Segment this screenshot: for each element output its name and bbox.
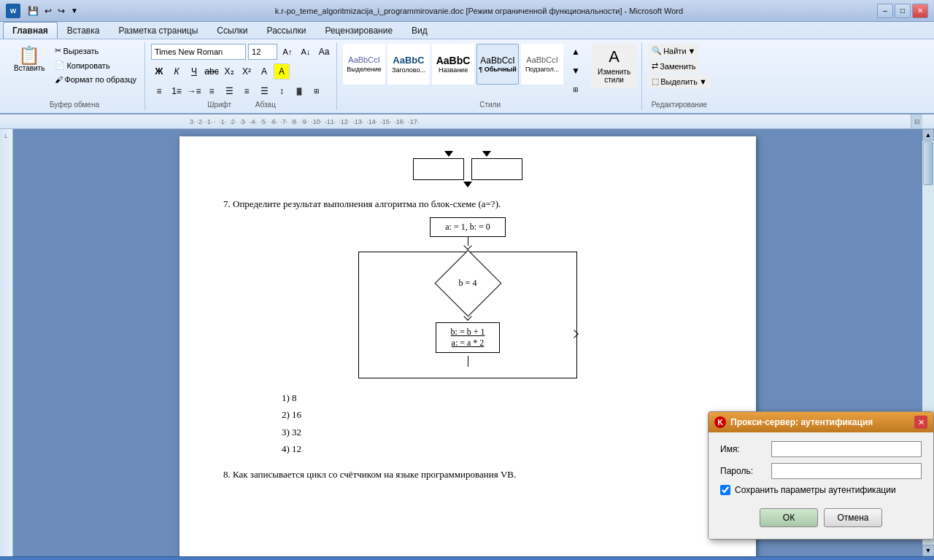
answer-3: 3) 32 <box>282 424 712 440</box>
font-name-input[interactable] <box>151 44 246 60</box>
password-label: Пароль: <box>720 466 771 476</box>
password-input[interactable] <box>771 463 922 479</box>
dialog-close-button[interactable]: ✕ <box>914 416 927 429</box>
dialog-buttons: ОК Отмена <box>720 502 922 530</box>
superscript-button[interactable]: X² <box>239 63 255 79</box>
align-left-button[interactable]: ≡ <box>204 83 220 99</box>
font-size-input[interactable] <box>248 44 277 60</box>
styles-scroll-down[interactable]: ▼ <box>568 63 584 79</box>
name-input[interactable] <box>771 441 922 457</box>
grow-font-button[interactable]: A↑ <box>279 44 296 60</box>
clipboard-group: 📋 Вставить ✂Вырезать 📄Копировать 🖌Формат… <box>4 42 145 110</box>
quick-access-save[interactable]: 💾 <box>25 4 42 18</box>
style-title[interactable]: AaBbC Название <box>432 44 474 85</box>
top-flowchart <box>223 151 712 187</box>
tab-page-layout[interactable]: Разметка страницы <box>109 22 207 39</box>
justify-button[interactable]: ☰ <box>256 83 272 99</box>
copy-button[interactable]: 📄Копировать <box>51 58 140 72</box>
tab-review[interactable]: Рецензирование <box>315 22 402 39</box>
scroll-thumb[interactable] <box>923 141 933 185</box>
cancel-button[interactable]: Отмена <box>824 508 882 527</box>
underline-button[interactable]: Ч <box>186 63 202 79</box>
tab-home[interactable]: Главная <box>3 22 58 39</box>
question7-text: 7. Определите результат выполнения алгор… <box>223 198 712 210</box>
tab-references[interactable]: Ссылки <box>207 22 257 39</box>
dialog-body: Имя: Пароль: Сохранить параметры аутенти… <box>709 432 933 539</box>
word-icon: W <box>6 4 20 18</box>
styles-scroll-up[interactable]: ▲ <box>568 44 584 60</box>
statusbar: Страница: 1 из 2 Число слов: 171 📖 Русск… <box>0 556 934 560</box>
style-normal[interactable]: AaBbCcI ¶ Обычный <box>476 44 519 85</box>
change-styles-button[interactable]: A Изменитьстили <box>591 44 637 88</box>
tab-mailings[interactable]: Рассылки <box>258 22 316 39</box>
minimize-button[interactable]: – <box>877 4 893 18</box>
kaspersky-icon: K <box>714 416 726 428</box>
paste-icon: 📋 <box>18 47 40 64</box>
editing-label: Редактирование <box>648 101 711 109</box>
editing-group: 🔍Найти▼ ⇄Заменить ⬚Выделить▼ Редактирова… <box>644 42 715 110</box>
scroll-up-button[interactable]: ▲ <box>922 129 934 141</box>
font-label: Шрифт Абзац <box>151 101 332 109</box>
style-subtitle[interactable]: AaBbCcI Подзагол... <box>521 44 563 85</box>
find-button[interactable]: 🔍Найти▼ <box>648 44 699 58</box>
titlebar: W 💾 ↩ ↪ ▼ k.r-po_teme_algoritmizacija_i_… <box>0 0 934 22</box>
start-box: a: = 1, b: = 0 <box>430 217 506 237</box>
main-area: L <box>0 129 934 556</box>
password-field-row: Пароль: <box>720 463 922 479</box>
answer-1: 1) 8 <box>282 389 712 406</box>
dialog-titlebar: K Прокси-сервер: аутентификация ✕ <box>709 412 933 432</box>
select-button[interactable]: ⬚Выделить▼ <box>648 74 711 88</box>
highlight-button[interactable]: A <box>274 63 290 79</box>
paste-button[interactable]: 📋 Вставить <box>9 44 50 75</box>
styles-more[interactable]: ⊞ <box>568 82 584 98</box>
proxy-dialog: K Прокси-сервер: аутентификация ✕ Имя: П… <box>708 411 934 540</box>
style-subtitle-preview: AaBbCcI <box>526 55 557 65</box>
style-normal-preview: AaBbCcI <box>480 55 514 66</box>
replace-button[interactable]: ⇄Заменить <box>648 59 699 73</box>
ruler-right-btn[interactable]: ⊟ <box>911 114 922 129</box>
answer-4: 4) 12 <box>282 440 712 457</box>
list-bullet-button[interactable]: ≡ <box>151 83 167 99</box>
font-color-button[interactable]: A <box>256 63 272 79</box>
maximize-button[interactable]: □ <box>895 4 911 18</box>
style-heading[interactable]: AaBbC Заголово... <box>387 44 430 85</box>
clear-format-button[interactable]: Aa <box>316 44 332 60</box>
align-center-button[interactable]: ☰ <box>221 83 237 99</box>
ruler-marks: 3··2··1·· ·1··2··3··4· ·5··6··7··8· ·9··… <box>182 118 419 125</box>
line-spacing-button[interactable]: ↕ <box>274 83 290 99</box>
loop-container: b = 4 b: = b + 1 a: = a * 2 <box>358 252 577 378</box>
list-number-button[interactable]: 1≡ <box>169 83 185 99</box>
indent-button[interactable]: →≡ <box>186 83 202 99</box>
border-button[interactable]: ⊞ <box>309 83 325 99</box>
body-box: b: = b + 1 a: = a * 2 <box>436 322 501 353</box>
dialog-title: Прокси-сервер: аутентификация <box>730 417 873 427</box>
name-field-row: Имя: <box>720 441 922 457</box>
shrink-font-button[interactable]: A↓ <box>298 44 314 60</box>
quick-access-undo[interactable]: ↩ <box>42 4 55 18</box>
shading-button[interactable]: ▓ <box>291 83 307 99</box>
style-selection[interactable]: AaBbCcI Выделение <box>343 44 385 85</box>
cut-button[interactable]: ✂Вырезать <box>51 44 140 58</box>
quick-access-more[interactable]: ▼ <box>68 5 81 16</box>
change-styles-icon: A <box>609 47 620 66</box>
left-ruler: L <box>0 129 13 556</box>
scroll-down-button[interactable]: ▼ <box>922 545 934 556</box>
subscript-button[interactable]: X₂ <box>221 63 237 79</box>
align-right-button[interactable]: ≡ <box>239 83 255 99</box>
bold-button[interactable]: Ж <box>151 63 167 79</box>
style-heading-preview: AaBbC <box>393 55 424 66</box>
question8-text: 8. Как записывается цикл со счётчиком на… <box>223 469 712 481</box>
ok-button[interactable]: ОК <box>760 508 818 527</box>
tab-view[interactable]: Вид <box>402 22 437 39</box>
strikethrough-button[interactable]: abc <box>204 63 220 79</box>
remember-checkbox[interactable] <box>720 485 730 495</box>
ribbon-content: 📋 Вставить ✂Вырезать 📄Копировать 🖌Формат… <box>0 39 934 113</box>
style-preview: AaBbCcI <box>348 55 379 65</box>
ribbon-tabs: Главная Вставка Разметка страницы Ссылки… <box>0 22 934 39</box>
condition-label: b = 4 <box>459 278 477 289</box>
close-button[interactable]: ✕ <box>912 4 928 18</box>
quick-access-redo[interactable]: ↪ <box>55 4 68 18</box>
format-painter-button[interactable]: 🖌Формат по образцу <box>51 73 140 86</box>
italic-button[interactable]: К <box>169 63 185 79</box>
tab-insert[interactable]: Вставка <box>58 22 109 39</box>
